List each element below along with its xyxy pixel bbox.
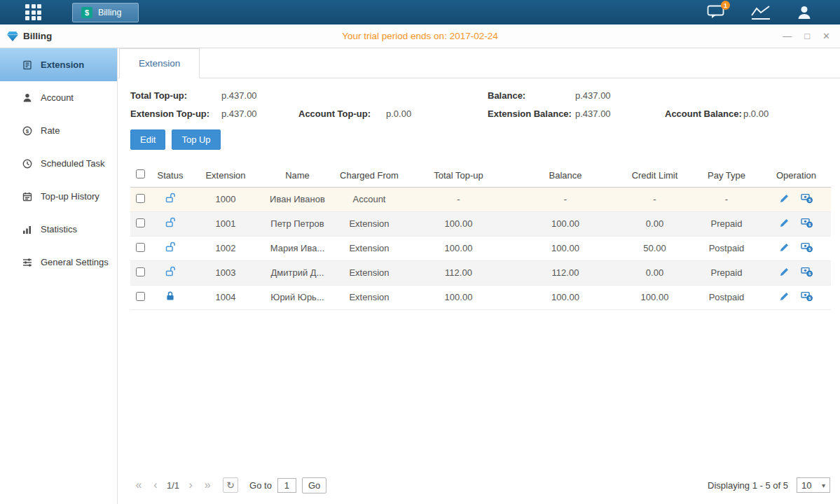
edit-icon[interactable] xyxy=(779,242,790,253)
apps-grid-icon[interactable] xyxy=(25,4,41,20)
billing-gem-icon xyxy=(7,31,18,41)
col-status: Status xyxy=(150,164,191,187)
col-balance: Balance xyxy=(513,164,618,187)
sidebar: Extension Account $ Rate xyxy=(0,48,118,504)
balance-label: Balance: xyxy=(488,90,575,101)
displaying-text: Displaying 1 - 5 of 5 xyxy=(708,480,788,491)
cell-name: Петр Петров xyxy=(261,211,334,236)
topup-money-icon[interactable]: $ xyxy=(801,241,813,253)
row-checkbox[interactable] xyxy=(136,243,145,252)
edit-icon[interactable] xyxy=(779,267,790,277)
cell-pay-type: - xyxy=(691,187,762,211)
tab-bar: Extension xyxy=(118,48,840,78)
cell-total-topup: 100.00 xyxy=(404,236,513,260)
lock-status-icon[interactable] xyxy=(165,192,176,204)
topup-money-icon[interactable]: $ xyxy=(801,217,813,228)
minimize-icon[interactable]: — xyxy=(783,31,792,41)
clock-icon xyxy=(21,158,33,169)
cell-charged-from: Extension xyxy=(334,260,404,285)
system-topbar: $ Billing 1 xyxy=(0,0,840,24)
next-page-icon[interactable]: › xyxy=(182,479,199,491)
close-icon[interactable]: ✕ xyxy=(822,31,830,41)
row-checkbox[interactable] xyxy=(136,292,145,301)
history-icon xyxy=(21,191,33,202)
window-titlebar: Billing Your trial period ends on: 2017-… xyxy=(0,24,840,48)
cell-credit-limit: 100.00 xyxy=(618,285,691,309)
trial-notice: Your trial period ends on: 2017-02-24 xyxy=(0,31,840,41)
cell-balance: 112.00 xyxy=(513,260,618,285)
sidebar-item-statistics[interactable]: Statistics xyxy=(0,213,117,246)
goto-label: Go to xyxy=(249,480,272,491)
maximize-icon[interactable]: □ xyxy=(804,31,810,41)
edit-icon[interactable] xyxy=(779,193,790,204)
cell-pay-type: Prepaid xyxy=(691,211,762,236)
select-all-checkbox[interactable] xyxy=(136,169,145,178)
sidebar-item-rate[interactable]: $ Rate xyxy=(0,114,117,147)
top-up-button[interactable]: Top Up xyxy=(172,130,220,150)
cell-charged-from: Extension xyxy=(334,236,404,260)
first-page-icon[interactable]: « xyxy=(130,479,147,491)
edit-icon[interactable] xyxy=(779,291,790,302)
main-panel: Extension Total Top-up: p.437.00 Balance… xyxy=(118,48,840,504)
last-page-icon[interactable]: » xyxy=(199,479,216,491)
svg-text:$: $ xyxy=(25,127,29,134)
reports-chart-icon[interactable] xyxy=(750,5,771,20)
sidebar-item-general-settings[interactable]: General Settings xyxy=(0,246,117,279)
cell-credit-limit: - xyxy=(618,187,691,211)
row-checkbox[interactable] xyxy=(136,267,145,276)
topbar-billing-tab[interactable]: $ Billing xyxy=(72,3,139,22)
table-row: 1000 Иван Иванов Account - - - - $ xyxy=(130,187,831,211)
summary-panel: Total Top-up: p.437.00 Balance: p.437.00… xyxy=(118,78,840,119)
account-balance-value: p.0.00 xyxy=(743,108,830,119)
table-row: 1004 Юрий Юрь... Extension 100.00 100.00… xyxy=(130,285,831,309)
goto-page-input[interactable] xyxy=(277,478,296,493)
sidebar-item-label: Extension xyxy=(41,59,84,70)
lock-status-icon[interactable] xyxy=(165,290,176,302)
refresh-icon[interactable]: ↻ xyxy=(223,477,238,493)
sidebar-item-label: Scheduled Task xyxy=(41,158,105,169)
topup-money-icon[interactable]: $ xyxy=(801,192,813,204)
edit-icon[interactable] xyxy=(779,218,790,228)
row-checkbox[interactable] xyxy=(136,218,145,227)
edit-button[interactable]: Edit xyxy=(130,130,165,150)
cell-total-topup: - xyxy=(404,187,513,211)
topup-money-icon[interactable]: $ xyxy=(801,290,813,302)
total-topup-label: Total Top-up: xyxy=(130,90,221,101)
tab-extension[interactable]: Extension xyxy=(119,48,200,78)
lock-status-icon[interactable] xyxy=(165,266,176,277)
account-icon xyxy=(21,92,33,104)
cell-name: Дмитрий Д... xyxy=(261,260,334,285)
sidebar-item-account[interactable]: Account xyxy=(0,81,117,114)
sidebar-item-scheduled-task[interactable]: Scheduled Task xyxy=(0,147,117,180)
lock-status-icon[interactable] xyxy=(165,217,176,228)
cell-pay-type: Prepaid xyxy=(691,260,762,285)
topup-money-icon[interactable]: $ xyxy=(801,266,813,277)
cell-total-topup: 112.00 xyxy=(404,260,513,285)
col-name: Name xyxy=(261,164,334,187)
col-total-topup: Total Top-up xyxy=(404,164,513,187)
extension-topup-value: p.437.00 xyxy=(221,108,298,119)
cell-name: Иван Иванов xyxy=(261,187,334,211)
sidebar-item-label: Rate xyxy=(41,125,60,136)
account-topup-label: Account Top-up: xyxy=(298,108,386,119)
page-size-select[interactable]: 10 ▾ xyxy=(797,477,830,493)
user-account-icon[interactable] xyxy=(797,5,812,20)
cell-balance: 100.00 xyxy=(513,211,618,236)
cell-extension: 1003 xyxy=(191,260,261,285)
extension-topup-label: Extension Top-up: xyxy=(130,108,221,119)
cell-balance: - xyxy=(513,187,618,211)
cell-pay-type: Postpaid xyxy=(691,236,762,260)
balance-value: p.437.00 xyxy=(575,90,665,101)
prev-page-icon[interactable]: ‹ xyxy=(147,479,164,491)
sidebar-item-extension[interactable]: Extension xyxy=(0,48,117,81)
account-balance-label: Account Balance: xyxy=(665,108,743,119)
col-charged-from: Charged From xyxy=(334,164,404,187)
cell-charged-from: Account xyxy=(334,187,404,211)
cell-total-topup: 100.00 xyxy=(404,285,513,309)
lock-status-icon[interactable] xyxy=(165,241,176,253)
chat-icon[interactable]: 1 xyxy=(707,5,725,20)
go-button[interactable]: Go xyxy=(302,477,326,493)
pagination-bar: « ‹ 1/1 › » ↻ Go to Go Displaying 1 - 5 … xyxy=(118,473,840,504)
sidebar-item-topup-history[interactable]: Top-up History xyxy=(0,180,117,213)
row-checkbox[interactable] xyxy=(136,194,145,203)
